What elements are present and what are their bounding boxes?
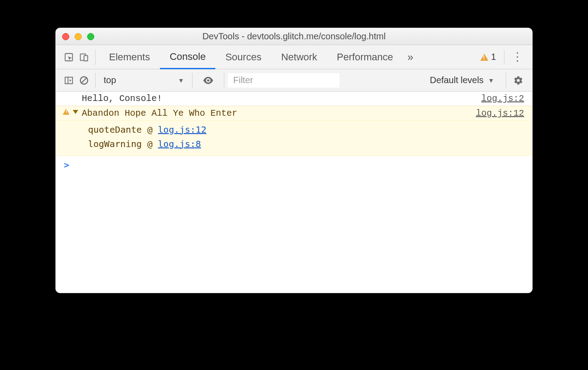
- stack-trace: quoteDante @ log.js:12 logWarning @ log.…: [56, 121, 532, 156]
- levels-label: Default levels: [430, 75, 483, 85]
- clear-console-icon[interactable]: [76, 73, 92, 88]
- console-toolbar: top ▼ Default levels ▼: [56, 69, 532, 92]
- inspect-element-icon[interactable]: [61, 50, 76, 65]
- disclosure-triangle-icon[interactable]: [73, 110, 78, 114]
- console-warn-entry: Abandon Hope All Ye Who Enter log.js:12: [56, 106, 532, 121]
- close-icon[interactable]: [62, 33, 69, 40]
- device-toolbar-icon[interactable]: [76, 50, 92, 65]
- log-levels-selector[interactable]: Default levels ▼: [422, 75, 502, 85]
- tab-sources[interactable]: Sources: [215, 45, 271, 69]
- divider: [504, 50, 504, 65]
- svg-rect-3: [65, 77, 73, 84]
- svg-point-8: [207, 79, 210, 81]
- zoom-icon[interactable]: [87, 33, 94, 40]
- svg-rect-2: [84, 55, 88, 61]
- svg-line-7: [82, 78, 87, 83]
- tab-performance[interactable]: Performance: [327, 45, 403, 69]
- chevron-down-icon: ▼: [178, 77, 184, 84]
- console-output: Hello, Console! log.js:2 Abandon Hope Al…: [56, 92, 532, 293]
- window-title: DevTools - devtools.glitch.me/console/lo…: [56, 31, 532, 42]
- stack-frame: logWarning @ log.js:8: [88, 137, 524, 151]
- source-link[interactable]: log.js:12: [476, 108, 524, 118]
- divider: [95, 50, 96, 65]
- console-log-entry: Hello, Console! log.js:2: [56, 92, 532, 106]
- minimize-icon[interactable]: [75, 33, 82, 40]
- traffic-lights: [56, 33, 94, 40]
- stack-link[interactable]: log.js:12: [158, 124, 206, 135]
- warnings-badge[interactable]: 1: [476, 52, 500, 62]
- divider: [506, 73, 506, 88]
- stack-frame: quoteDante @ log.js:12: [88, 122, 524, 137]
- svg-marker-5: [70, 79, 71, 82]
- warning-icon: [63, 109, 69, 115]
- console-prompt[interactable]: >: [56, 156, 532, 174]
- tab-network[interactable]: Network: [271, 45, 327, 69]
- warning-icon: [480, 54, 488, 61]
- stack-link[interactable]: log.js:8: [158, 139, 201, 149]
- divider: [95, 73, 96, 88]
- console-settings-icon[interactable]: [510, 76, 527, 85]
- log-message: Hello, Console!: [82, 93, 481, 104]
- console-sidebar-toggle-icon[interactable]: [61, 73, 76, 88]
- divider: [224, 73, 224, 88]
- context-value: top: [104, 75, 116, 85]
- tab-console[interactable]: Console: [160, 46, 216, 69]
- warnings-count: 1: [491, 52, 496, 62]
- filter-input[interactable]: [228, 73, 340, 88]
- chevron-down-icon: ▼: [488, 77, 494, 84]
- live-expression-icon[interactable]: [196, 76, 220, 85]
- tabs-overflow-icon[interactable]: »: [403, 51, 418, 63]
- prompt-chevron-icon: >: [64, 160, 69, 170]
- settings-menu-icon[interactable]: ⋮: [508, 50, 527, 64]
- context-selector[interactable]: top ▼: [99, 73, 189, 88]
- titlebar: DevTools - devtools.glitch.me/console/lo…: [56, 28, 532, 45]
- stack-fn: logWarning: [88, 139, 142, 149]
- tabs-bar: Elements Console Sources Network Perform…: [56, 45, 532, 69]
- warn-message: Abandon Hope All Ye Who Enter: [82, 108, 476, 118]
- tab-elements[interactable]: Elements: [99, 45, 160, 69]
- stack-fn: quoteDante: [88, 124, 142, 135]
- divider: [192, 73, 193, 88]
- source-link[interactable]: log.js:2: [481, 93, 524, 104]
- devtools-window: DevTools - devtools.glitch.me/console/lo…: [55, 28, 533, 293]
